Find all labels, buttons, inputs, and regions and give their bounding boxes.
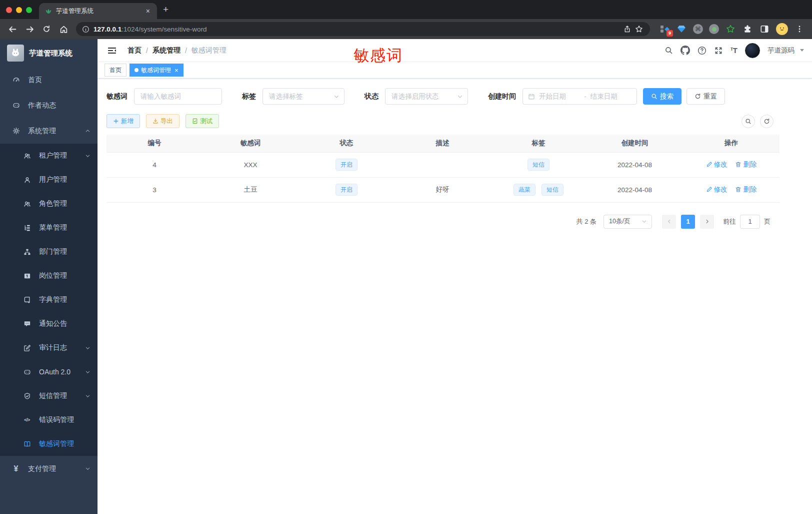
start-date-placeholder[interactable]: 开始日期 — [539, 92, 580, 101]
sidebar-item-user[interactable]: 用户管理 — [0, 168, 98, 192]
page-size-select[interactable]: 10条/页 — [604, 215, 652, 229]
font-size-icon[interactable]: тT — [730, 46, 738, 55]
window-controls[interactable] — [0, 7, 39, 19]
sidebar-item-payment[interactable]: ¥ 支付管理 — [0, 456, 98, 481]
tag-label: 标签 — [242, 92, 256, 101]
add-button[interactable]: 新增 — [106, 114, 140, 128]
github-icon[interactable] — [680, 46, 690, 55]
tab-close-icon[interactable]: × — [144, 7, 152, 15]
dot-extension-icon[interactable] — [709, 24, 719, 34]
search-icon[interactable] — [664, 46, 673, 55]
cell-created: 2022-04-08 — [586, 152, 683, 177]
next-page-button[interactable] — [700, 215, 714, 229]
command-extension-icon[interactable]: ⌘ — [693, 24, 703, 34]
site-info-icon[interactable] — [82, 26, 90, 33]
reset-button[interactable]: 重置 — [686, 88, 725, 105]
sidebar-item-dept[interactable]: 部门管理 — [0, 240, 98, 264]
address-bar[interactable]: 127.0.0.1:1024/system/sensitive-word — [76, 22, 650, 36]
calendar-icon — [528, 93, 535, 100]
sidebar-item-audit-log[interactable]: 审计日志 — [0, 336, 98, 360]
sidebar-item-error-code[interactable]: </> 错误码管理 — [0, 408, 98, 432]
edit-link[interactable]: 修改 — [706, 160, 728, 169]
table-row: 3 土豆 开启 好呀 蔬菜 短信 2022-04-08 修改 — [106, 177, 780, 202]
user-avatar[interactable] — [745, 43, 760, 58]
cell-description — [394, 152, 490, 177]
delete-link[interactable]: 删除 — [735, 160, 756, 169]
browser-tab[interactable]: 芋道管理系统 × — [39, 3, 157, 19]
url-text[interactable]: 127.0.0.1:1024/system/sensitive-word — [94, 26, 621, 33]
sidebar-item-author-news[interactable]: 作者动态 — [0, 93, 98, 118]
breadcrumb-system[interactable]: 系统管理 — [152, 46, 180, 55]
new-tab-button[interactable]: + — [157, 4, 176, 19]
sidebar-item-system[interactable]: 系统管理 — [0, 118, 98, 144]
sidebar-collapse-icon[interactable] — [104, 44, 120, 58]
sidebar-logo[interactable]: 芋道管理系统 — [0, 39, 98, 67]
chevron-down-icon — [85, 466, 90, 471]
cell-id: 3 — [106, 177, 202, 202]
extensions-area: 9 ⌘ — [655, 23, 807, 35]
user-menu-caret-icon[interactable] — [800, 49, 804, 52]
close-window-button[interactable] — [6, 7, 12, 13]
export-button[interactable]: 导出 — [146, 114, 180, 128]
reload-icon[interactable] — [39, 22, 54, 37]
edit-link[interactable]: 修改 — [706, 185, 728, 194]
gem-extension-icon[interactable] — [676, 24, 687, 35]
keyword-input[interactable] — [134, 89, 222, 104]
search-button[interactable]: 搜索 — [643, 88, 682, 105]
tag-close-icon[interactable]: × — [174, 67, 178, 74]
forward-icon[interactable] — [22, 22, 37, 37]
sidebar-item-sensitive-word[interactable]: 敏感词管理 — [0, 432, 98, 456]
user-name[interactable]: 芋道源码 — [768, 46, 794, 55]
tag-badge: 短信 — [542, 184, 564, 196]
date-range-picker[interactable]: 开始日期 - 结束日期 — [522, 88, 637, 105]
back-icon[interactable] — [5, 22, 20, 37]
extension-grid-icon[interactable]: 9 — [659, 24, 670, 35]
sidebar-item-notice[interactable]: 通知公告 — [0, 312, 98, 336]
sidebar-item-oauth[interactable]: OAuth 2.0 — [0, 360, 98, 384]
puzzle-extensions-icon[interactable] — [742, 24, 753, 35]
browser-tab-bar: 芋道管理系统 × + — [0, 0, 812, 19]
edit-note-icon — [23, 344, 31, 352]
maximize-window-button[interactable] — [26, 7, 32, 13]
test-button[interactable]: 测试 — [186, 114, 219, 128]
minimize-window-button[interactable] — [16, 7, 22, 13]
yen-icon: ¥ — [12, 464, 20, 473]
goto-page-input[interactable] — [740, 215, 760, 229]
fullscreen-icon[interactable] — [714, 46, 723, 55]
tag-select[interactable]: 请选择标签 — [262, 88, 344, 105]
end-date-placeholder[interactable]: 结束日期 — [590, 92, 632, 101]
green-star-extension-icon[interactable] — [725, 24, 736, 35]
browser-menu-icon[interactable] — [794, 24, 805, 35]
col-actions: 操作 — [683, 135, 780, 152]
profile-avatar-icon[interactable] — [776, 23, 788, 35]
create-time-label: 创建时间 — [488, 92, 516, 101]
bookmark-star-icon[interactable] — [633, 23, 645, 35]
sidebar-item-home[interactable]: 首页 — [0, 67, 98, 93]
pagination: 共 2 条 10条/页 1 前往 页 — [106, 215, 776, 229]
navbar-actions: тT 芋道源码 — [664, 43, 804, 58]
col-word: 敏感词 — [202, 135, 298, 152]
home-icon[interactable] — [56, 22, 71, 37]
active-dot — [134, 68, 138, 72]
status-select[interactable]: 请选择启用状态 — [385, 88, 468, 105]
refresh-icon[interactable] — [760, 115, 774, 128]
sidebar-item-label: 审计日志 — [39, 343, 77, 352]
sidebar-item-role[interactable]: 角色管理 — [0, 192, 98, 216]
sidebar-item-tenant[interactable]: 租户管理 — [0, 144, 98, 168]
tag-sensitive-word[interactable]: 敏感词管理 × — [130, 64, 184, 77]
gear-icon — [12, 127, 20, 135]
prev-page-button[interactable] — [662, 215, 676, 229]
breadcrumb-home[interactable]: 首页 — [128, 46, 142, 55]
help-icon[interactable] — [698, 46, 706, 55]
share-icon[interactable] — [621, 23, 633, 35]
sidebar-item-post[interactable]: 岗位管理 — [0, 264, 98, 288]
tag-home[interactable]: 首页 — [104, 64, 126, 77]
sidebar-item-sms[interactable]: 短信管理 — [0, 384, 98, 408]
show-search-icon[interactable] — [742, 115, 755, 128]
page-number-1[interactable]: 1 — [681, 215, 695, 229]
delete-link[interactable]: 删除 — [735, 185, 756, 194]
sidebar-item-menu[interactable]: 菜单管理 — [0, 216, 98, 240]
status-badge: 开启 — [336, 184, 358, 196]
side-panel-icon[interactable] — [759, 24, 770, 35]
sidebar-item-dict[interactable]: 字典管理 — [0, 288, 98, 312]
